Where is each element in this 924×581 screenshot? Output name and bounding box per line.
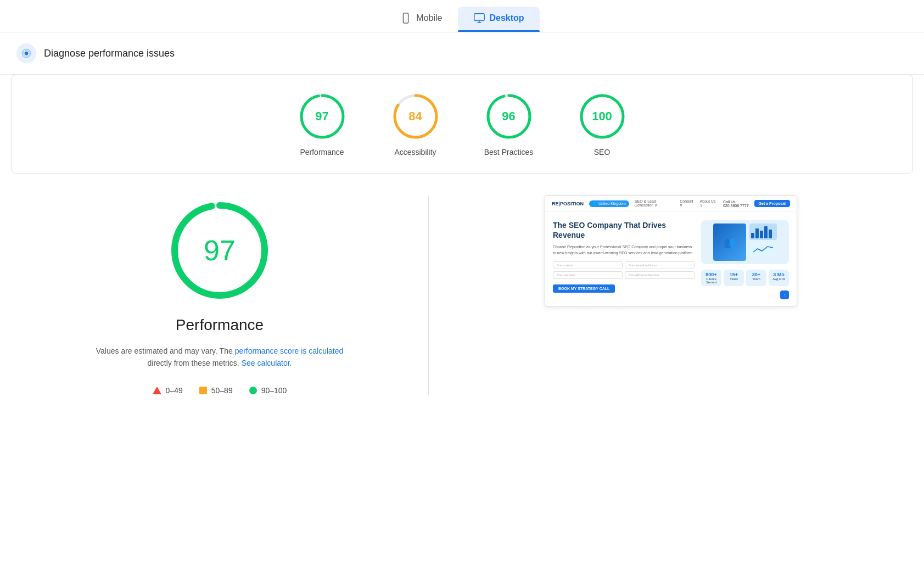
site-hero-text: The SEO Company That Drives Revenue Choo… <box>553 220 695 299</box>
stat-years: 15+ Years <box>724 270 744 286</box>
gauge-seo: 100 <box>578 92 627 141</box>
tab-desktop-label: Desktop <box>490 13 524 23</box>
svg-point-5 <box>25 52 29 55</box>
score-accessibility-label: Accessibility <box>394 148 436 157</box>
svg-rect-0 <box>404 13 408 23</box>
svg-rect-2 <box>474 14 484 21</box>
nav-link-2: Content ∨ <box>680 199 695 208</box>
site-hero: The SEO Company That Drives Revenue Choo… <box>545 211 797 306</box>
diagnose-title: Diagnose performance issues <box>44 48 175 59</box>
diagnose-icon <box>16 43 36 63</box>
legend-poor-range: 0–49 <box>166 386 183 395</box>
perf-see-calc-link[interactable]: See calculator. <box>242 359 292 367</box>
form-submit[interactable]: BOOK MY STRATEGY CALL <box>553 284 615 293</box>
gauge-performance: 97 <box>298 92 347 141</box>
score-performance-label: Performance <box>300 148 344 157</box>
stat-team: 30+ Team <box>746 270 766 286</box>
score-accessibility: 84 Accessibility <box>391 92 440 157</box>
right-panel: RE|POSITION 🌐 United Kingdom SEO & Lead … <box>451 195 891 306</box>
legend-poor: 0–49 <box>153 386 183 395</box>
score-best-practices: 96 Best Practices <box>484 92 534 157</box>
site-nav-cta: Get a Proposal <box>754 200 790 207</box>
form-website: Your website <box>553 271 623 279</box>
score-best-practices-label: Best Practices <box>484 148 533 157</box>
site-hero-image: 👥 <box>701 220 789 299</box>
score-best-practices-value: 96 <box>502 109 515 124</box>
site-hero-title: The SEO Company That Drives Revenue <box>553 220 695 240</box>
form-phone: #YourPhone/Number <box>625 271 695 279</box>
score-accessibility-value: 84 <box>408 109 422 124</box>
nav-link-1: SEO & Lead Generation ∨ <box>635 199 675 208</box>
form-name: Your name <box>553 261 623 269</box>
perf-desc-part2: directly from these metrics. <box>148 359 239 367</box>
tab-bar: Mobile Desktop <box>0 0 924 32</box>
perf-desc-part1: Values are estimated and may vary. The <box>96 347 233 355</box>
score-seo: 100 SEO <box>578 92 627 157</box>
score-performance: 97 Performance <box>298 92 347 157</box>
website-screenshot: RE|POSITION 🌐 United Kingdom SEO & Lead … <box>545 195 797 306</box>
perf-description: Values are estimated and may vary. The p… <box>96 345 344 370</box>
stat-clients: 800+ Clients Served <box>701 270 721 286</box>
nav-link-3: About Us ∨ <box>700 199 718 208</box>
desktop-icon <box>473 12 485 24</box>
scores-card: 97 Performance 84 Accessibility 96 Best … <box>11 75 913 174</box>
legend: 0–49 50–89 90–100 <box>153 386 287 395</box>
settings-icon <box>21 48 32 59</box>
legend-needs-improvement-range: 50–89 <box>211 386 233 395</box>
form-email: Your email address <box>625 261 695 269</box>
score-seo-value: 100 <box>592 109 612 124</box>
legend-good-range: 90–100 <box>261 386 287 395</box>
large-gauge-value: 97 <box>204 234 236 267</box>
large-gauge: 97 <box>165 195 275 305</box>
site-form: Your name Your email address Your websit… <box>553 261 695 279</box>
site-phone: Call Us020 3808 7777 <box>723 200 749 208</box>
site-nav-links: SEO & Lead Generation ∨ Content ∨ About … <box>635 199 718 208</box>
gauge-best-practices: 96 <box>484 92 534 141</box>
left-panel: 97 Performance Values are estimated and … <box>33 195 406 395</box>
mobile-icon <box>400 12 412 24</box>
legend-needs-improvement-icon <box>199 387 207 394</box>
score-performance-value: 97 <box>315 109 328 124</box>
gauge-accessibility: 84 <box>391 92 440 141</box>
legend-needs-improvement: 50–89 <box>199 386 233 395</box>
score-seo-label: SEO <box>594 148 611 157</box>
site-nav-pill: 🌐 United Kingdom <box>589 200 629 207</box>
legend-good: 90–100 <box>249 386 287 395</box>
diagnose-section: Diagnose performance issues <box>0 32 924 75</box>
legend-poor-icon <box>153 387 161 394</box>
site-logo: RE|POSITION <box>552 201 584 206</box>
tab-desktop[interactable]: Desktop <box>458 7 540 32</box>
vertical-divider <box>428 195 429 395</box>
legend-good-icon <box>249 387 257 394</box>
site-hero-desc: Choose Reposition as your Professional S… <box>553 244 695 256</box>
stat-roi: 3 Mo Avg ROI <box>769 270 789 286</box>
perf-title: Performance <box>176 316 264 334</box>
tab-mobile[interactable]: Mobile <box>384 7 457 32</box>
perf-calc-link[interactable]: performance score is calculated <box>235 347 344 355</box>
tab-mobile-label: Mobile <box>416 13 442 23</box>
main-content: 97 Performance Values are estimated and … <box>0 174 924 417</box>
site-nav: RE|POSITION 🌐 United Kingdom SEO & Lead … <box>545 196 797 211</box>
